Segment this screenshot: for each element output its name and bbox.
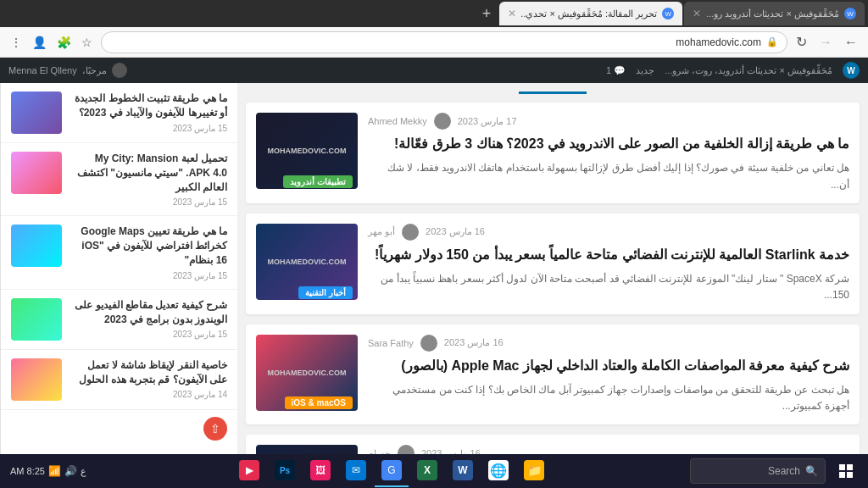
nav-bar: ← → ↻ 🔒 mohamedovic.com ☆ 🧩 👤 ⋮ bbox=[0, 27, 868, 58]
sidebar-thumb-4 bbox=[11, 298, 62, 341]
volume-icon[interactable]: 🔊 bbox=[64, 465, 77, 477]
tab-close-2[interactable]: ✕ bbox=[508, 8, 516, 19]
sidebar-title-3: ما هي طريقة تعيين Google Maps كخرائط افت… bbox=[70, 225, 227, 267]
sidebar-date-3: 15 مارس 2023 bbox=[70, 271, 227, 280]
sidebar-item-4[interactable]: شرح كيفية تعديل مقاطع الفيديو على الويند… bbox=[1, 290, 237, 350]
sidebar-text-1: ما هي طريقة تثبيت الخطوط الجديدة أو تغيي… bbox=[70, 92, 227, 133]
back-button[interactable]: ← bbox=[841, 33, 861, 52]
svg-rect-3 bbox=[847, 472, 853, 478]
sidebar-title-2: تحميل لعبة My City: Mansion .APK 4.0 "سي… bbox=[70, 152, 227, 194]
sidebar-item-5[interactable]: خاصية النقر لإيقاظ شاشة لا تعمل على الآي… bbox=[1, 350, 237, 410]
post-author-1: Ahmed Mekky bbox=[368, 116, 427, 126]
sidebar-item-2[interactable]: تحميل لعبة My City: Mansion .APK 4.0 "سي… bbox=[1, 143, 237, 216]
tab-icon-2: W bbox=[662, 8, 674, 19]
search-icon: 🔍 bbox=[805, 465, 818, 477]
tab-bar: W مُحَقِّقوفيش × تحديثات أندرويد رو... ✕… bbox=[0, 0, 868, 27]
post-meta-1: 17 مارس 2023 Ahmed Mekky bbox=[368, 113, 849, 130]
author-avatar-1 bbox=[434, 113, 451, 130]
taskbar-apps: 📁 🌐 W X G ✉ 🖼 Ps ▶ bbox=[95, 455, 688, 487]
avatar bbox=[112, 63, 127, 78]
sidebar-date-1: 15 مارس 2023 bbox=[70, 124, 227, 133]
lock-icon: 🔒 bbox=[766, 36, 778, 47]
sidebar-item-3[interactable]: ما هي طريقة تعيين Google Maps كخرائط افت… bbox=[1, 216, 237, 289]
excel-icon: X bbox=[417, 460, 437, 480]
taskbar-app-file-explorer[interactable]: 📁 bbox=[517, 455, 551, 487]
author-avatar-2 bbox=[402, 224, 419, 241]
photoshop-icon: Ps bbox=[275, 460, 295, 480]
menu-button[interactable]: ⋮ bbox=[7, 34, 25, 51]
tab-icon-1: W bbox=[844, 8, 856, 19]
comment-count: 💬 1 bbox=[606, 65, 626, 76]
post-author-2: أبو مهر bbox=[368, 226, 395, 237]
chrome-icon: 🌐 bbox=[488, 460, 509, 480]
sidebar-item-1[interactable]: ما هي طريقة تثبيت الخطوط الجديدة أو تغيي… bbox=[1, 83, 237, 143]
wp-logo[interactable]: W bbox=[843, 62, 860, 79]
post-info-1: 17 مارس 2023 Ahmed Mekky ما هي طريقة إزا… bbox=[368, 113, 849, 193]
main-content: 17 مارس 2023 Ahmed Mekky ما هي طريقة إزا… bbox=[0, 83, 868, 488]
new-tab-button[interactable]: + bbox=[476, 5, 498, 23]
taskbar-search[interactable]: 🔍 Search bbox=[690, 458, 826, 484]
taskbar-app-photoshop[interactable]: Ps bbox=[268, 455, 302, 487]
file-explorer-icon: 📁 bbox=[524, 460, 544, 480]
wp-admin-bar-left: مرحبًا، Menna El Qlleny bbox=[8, 63, 127, 78]
svg-rect-2 bbox=[839, 472, 845, 478]
search-label: Search bbox=[768, 465, 800, 477]
taskbar-app-excel[interactable]: X bbox=[410, 455, 444, 487]
sidebar-thumb-5 bbox=[11, 358, 62, 401]
post-badge-3: iOS & macOS bbox=[285, 396, 353, 409]
post-info-3: 16 مارس 2023 Sara Fathy شرح كيفية معرفة … bbox=[368, 335, 849, 415]
taskbar-app-word[interactable]: W bbox=[446, 455, 480, 487]
tab-close-1[interactable]: ✕ bbox=[693, 8, 701, 19]
wp-new-label[interactable]: جديد bbox=[636, 65, 654, 76]
post-badge-1: تطبيقات أندرويد bbox=[283, 175, 353, 188]
post-image-wrap-1: MOHAMEDOVIC.COM تطبيقات أندرويد bbox=[256, 113, 358, 193]
taskbar-app-browser-active[interactable]: G bbox=[375, 455, 409, 487]
profile-button[interactable]: 👤 bbox=[29, 34, 50, 51]
start-button[interactable] bbox=[827, 457, 865, 485]
sidebar-thumb-1 bbox=[11, 92, 62, 134]
comment-number: 1 bbox=[606, 65, 611, 75]
site-name[interactable]: مُحَقِّقوفيش × تحديثات أندرويد، روت، شرو… bbox=[665, 65, 832, 76]
sidebar-date-2: 15 مارس 2023 bbox=[70, 197, 227, 207]
sidebar-title-1: ما هي طريقة تثبيت الخطوط الجديدة أو تغيي… bbox=[70, 92, 227, 120]
taskbar-app-chrome[interactable]: 🌐 bbox=[481, 455, 515, 487]
wp-admin-bar-right: W مُحَقِّقوفيش × تحديثات أندرويد، روت، ش… bbox=[606, 62, 860, 79]
mail-icon: ✉ bbox=[346, 460, 366, 480]
taskbar: 🔍 Search 📁 🌐 W X G ✉ 🖼 Ps ▶ ع bbox=[0, 454, 868, 488]
taskbar-app-media[interactable]: ▶ bbox=[232, 455, 266, 487]
tab-label-2: تحرير المقالة: مُحَقِّقوفيش × تحدي... bbox=[521, 8, 657, 19]
tab-2[interactable]: W تحرير المقالة: مُحَقِّقوفيش × تحدي... … bbox=[499, 2, 682, 25]
tab-1[interactable]: W مُحَقِّقوفيش × تحديثات أندرويد رو... ✕ bbox=[684, 2, 865, 25]
forward-button[interactable]: → bbox=[815, 33, 836, 52]
svg-rect-0 bbox=[839, 464, 845, 470]
address-bar[interactable]: 🔒 mohamedovic.com bbox=[101, 31, 787, 53]
sidebar-thumb-3 bbox=[11, 225, 62, 267]
extensions-button[interactable]: 🧩 bbox=[53, 34, 75, 51]
post-title-1[interactable]: ما هي طريقة إزالة الخلفية من الصور على ا… bbox=[368, 135, 849, 153]
wp-user[interactable]: مرحبًا، Menna El Qlleny bbox=[8, 63, 127, 78]
post-image-wrap-3: MOHAMEDOVIC.COM iOS & macOS bbox=[256, 335, 358, 415]
clock: 8:25 AM bbox=[10, 466, 45, 476]
sidebar-thumb-2 bbox=[11, 152, 62, 194]
media-icon: ▶ bbox=[239, 460, 259, 480]
tab-label-1: مُحَقِّقوفيش × تحديثات أندرويد رو... bbox=[706, 8, 839, 19]
post-info-2: 16 مارس 2023 أبو مهر خدمة Starlink العال… bbox=[368, 224, 849, 304]
bookmark-button[interactable]: ☆ bbox=[78, 34, 96, 51]
svg-rect-1 bbox=[847, 464, 853, 470]
post-date-2: 16 مارس 2023 bbox=[426, 226, 485, 237]
post-meta-3: 16 مارس 2023 Sara Fathy bbox=[368, 335, 849, 352]
time-display: 8:25 AM bbox=[10, 466, 45, 476]
post-title-3[interactable]: شرح كيفية معرفة المواصفات الكاملة والعتا… bbox=[368, 357, 849, 375]
taskbar-app-photos[interactable]: 🖼 bbox=[303, 455, 337, 487]
post-card-2[interactable]: 16 مارس 2023 أبو مهر خدمة Starlink العال… bbox=[246, 214, 860, 314]
scroll-up-button[interactable]: ⇧ bbox=[203, 417, 227, 441]
sidebar-text-2: تحميل لعبة My City: Mansion .APK 4.0 "سي… bbox=[70, 152, 227, 207]
post-card-1[interactable]: 17 مارس 2023 Ahmed Mekky ما هي طريقة إزا… bbox=[246, 103, 860, 203]
refresh-button[interactable]: ↻ bbox=[793, 32, 810, 52]
post-excerpt-3: هل تبحث عن طريقة للتحقق من مواصفات وإصدا… bbox=[368, 382, 849, 414]
post-card-3[interactable]: 16 مارس 2023 Sara Fathy شرح كيفية معرفة … bbox=[246, 324, 860, 425]
post-title-2[interactable]: خدمة Starlink العالمية للإنترنت الفضائي … bbox=[368, 246, 849, 264]
lang-indicator: ع bbox=[81, 466, 86, 477]
network-icon[interactable]: 📶 bbox=[48, 465, 61, 477]
taskbar-app-mail[interactable]: ✉ bbox=[339, 455, 373, 487]
